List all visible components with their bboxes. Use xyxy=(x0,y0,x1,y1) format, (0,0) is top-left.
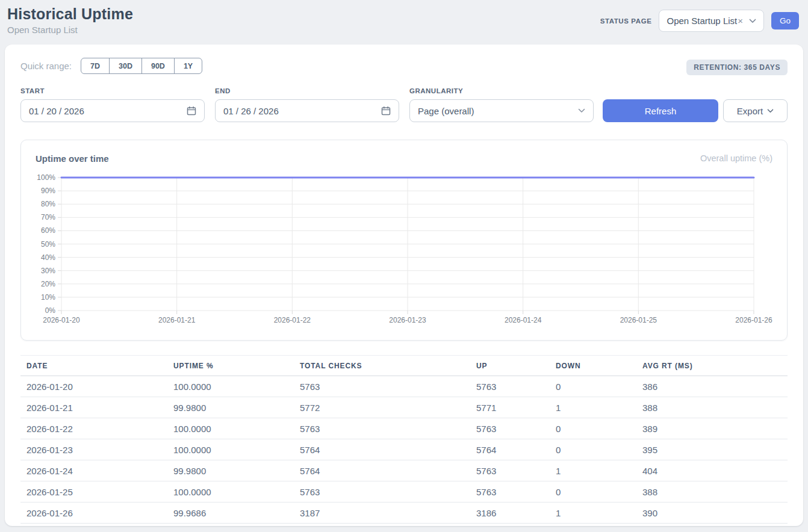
y-axis-tick-label: 10% xyxy=(41,293,55,302)
table-cell: 3186 xyxy=(470,503,550,524)
quick-range-1y[interactable]: 1Y xyxy=(174,58,202,74)
column-header: DOWN xyxy=(550,356,636,376)
table-cell: 390 xyxy=(636,503,788,524)
table-cell: 0 xyxy=(550,481,636,503)
title-block: Historical Uptime Open Startup List xyxy=(7,5,133,35)
table-cell: 5763 xyxy=(294,481,470,503)
status-page-select[interactable]: Open Startup List × xyxy=(659,10,764,32)
end-label: END xyxy=(215,87,231,94)
table-cell: 5763 xyxy=(470,481,550,503)
quick-range-90d[interactable]: 90D xyxy=(141,58,175,74)
y-axis-tick-label: 60% xyxy=(41,226,55,235)
y-axis-tick-label: 0% xyxy=(45,306,56,315)
table-cell: 2026-01-22 xyxy=(20,418,167,439)
column-header: AVG RT (MS) xyxy=(636,356,788,376)
table-row: 2026-01-2699.9686318731861390 xyxy=(20,503,788,524)
uptime-chart-svg: 0%10%20%30%40%50%60%70%80%90%100%2026-01… xyxy=(36,169,774,326)
status-page-value: Open Startup List xyxy=(667,16,737,26)
table-cell: 0 xyxy=(550,439,636,460)
start-date-input[interactable]: 01 / 20 / 2026 xyxy=(20,99,205,122)
table-cell: 99.9800 xyxy=(167,460,294,481)
uptime-table-body: 2026-01-20100.00005763576303862026-01-21… xyxy=(20,376,788,524)
table-row: 2026-01-2199.9800577257711388 xyxy=(20,397,788,418)
status-page-label: STATUS PAGE xyxy=(600,17,652,25)
y-axis-tick-label: 20% xyxy=(41,280,55,288)
chart-header: Uptime over time Overall uptime (%) xyxy=(36,152,772,164)
page-subtitle: Open Startup List xyxy=(7,25,133,35)
table-cell: 5764 xyxy=(470,439,550,460)
export-button[interactable]: Export xyxy=(723,99,788,122)
table-cell: 388 xyxy=(636,481,788,503)
table-cell: 5764 xyxy=(294,460,470,481)
table-cell: 5772 xyxy=(294,397,470,418)
granularity-label: GRANULARITY xyxy=(409,87,463,94)
chart-legend: Overall uptime (%) xyxy=(700,153,772,163)
table-row: 2026-01-20100.0000576357630386 xyxy=(20,376,788,397)
x-axis-tick-label: 2026-01-22 xyxy=(274,316,311,324)
granularity-select[interactable]: Page (overall) xyxy=(409,99,594,122)
end-date-input[interactable]: 01 / 26 / 2026 xyxy=(215,99,399,122)
refresh-button[interactable]: Refresh xyxy=(603,99,718,122)
header-right: STATUS PAGE Open Startup List × Go xyxy=(600,10,799,32)
table-cell: 386 xyxy=(636,376,788,397)
table-cell: 5763 xyxy=(470,418,550,439)
table-cell: 2026-01-20 xyxy=(20,376,167,397)
table-cell: 2026-01-24 xyxy=(20,460,167,481)
calendar-icon[interactable] xyxy=(187,106,196,116)
table-cell: 2026-01-26 xyxy=(20,503,167,524)
quick-range-30d[interactable]: 30D xyxy=(109,58,142,74)
x-axis-tick-label: 2026-01-21 xyxy=(158,316,196,324)
column-header: DATE xyxy=(20,356,167,376)
quick-range-group: 7D30D90D1Y xyxy=(81,58,202,74)
uptime-table-head: DATEUPTIME %TOTAL CHECKSUPDOWNAVG RT (MS… xyxy=(20,356,788,376)
table-cell: 3187 xyxy=(294,503,470,524)
table-cell: 99.9800 xyxy=(167,397,294,418)
historical-uptime-page: Historical Uptime Open Startup List STAT… xyxy=(0,0,808,532)
table-cell: 2026-01-23 xyxy=(20,439,167,460)
quick-range-row: Quick range: 7D30D90D1Y xyxy=(20,58,202,74)
table-cell: 388 xyxy=(636,397,788,418)
table-cell: 100.0000 xyxy=(167,418,294,439)
end-date-value: 01 / 26 / 2026 xyxy=(223,106,381,116)
x-axis-tick-label: 2026-01-20 xyxy=(43,316,80,324)
table-cell: 2026-01-21 xyxy=(20,397,167,418)
uptime-table: DATEUPTIME %TOTAL CHECKSUPDOWNAVG RT (MS… xyxy=(20,355,788,524)
y-axis-tick-label: 30% xyxy=(41,267,55,275)
table-cell: 99.9686 xyxy=(167,503,294,524)
y-axis-tick-label: 70% xyxy=(41,213,55,221)
page-header: Historical Uptime Open Startup List STAT… xyxy=(0,0,808,40)
table-cell: 5771 xyxy=(470,397,550,418)
table-row: 2026-01-23100.0000576457640395 xyxy=(20,439,788,460)
x-axis-tick-label: 2026-01-24 xyxy=(505,316,542,324)
table-cell: 5763 xyxy=(294,376,470,397)
table-cell: 0 xyxy=(550,418,636,439)
y-axis-tick-label: 80% xyxy=(41,200,55,208)
quick-range-7d[interactable]: 7D xyxy=(81,58,110,74)
table-cell: 2026-01-25 xyxy=(20,481,167,503)
table-row: 2026-01-25100.0000576357630388 xyxy=(20,481,788,503)
start-date-value: 01 / 20 / 2026 xyxy=(29,106,187,116)
table-cell: 5763 xyxy=(470,376,550,397)
table-row: 2026-01-2499.9800576457631404 xyxy=(20,460,788,481)
table-cell: 5763 xyxy=(470,460,550,481)
table-cell: 1 xyxy=(550,397,636,418)
table-cell: 100.0000 xyxy=(167,376,294,397)
column-header: TOTAL CHECKS xyxy=(294,356,470,376)
clear-icon[interactable]: × xyxy=(738,16,743,26)
go-button[interactable]: Go xyxy=(771,12,799,29)
x-axis-tick-label: 2026-01-23 xyxy=(389,316,426,324)
retention-badge: RETENTION: 365 DAYS xyxy=(686,60,788,75)
table-cell: 404 xyxy=(636,460,788,481)
calendar-icon[interactable] xyxy=(381,106,391,116)
page-title: Historical Uptime xyxy=(7,5,133,23)
x-axis-tick-label: 2026-01-25 xyxy=(620,316,657,324)
start-label: START xyxy=(20,87,45,94)
chevron-down-icon xyxy=(749,19,756,23)
table-row: 2026-01-22100.0000576357630389 xyxy=(20,418,788,439)
table-cell: 389 xyxy=(636,418,788,439)
y-axis-tick-label: 50% xyxy=(41,240,55,249)
table-cell: 5763 xyxy=(294,418,470,439)
main-panel: Quick range: 7D30D90D1Y RETENTION: 365 D… xyxy=(5,45,803,526)
y-axis-tick-label: 100% xyxy=(37,173,55,182)
chart-title: Uptime over time xyxy=(36,153,109,164)
